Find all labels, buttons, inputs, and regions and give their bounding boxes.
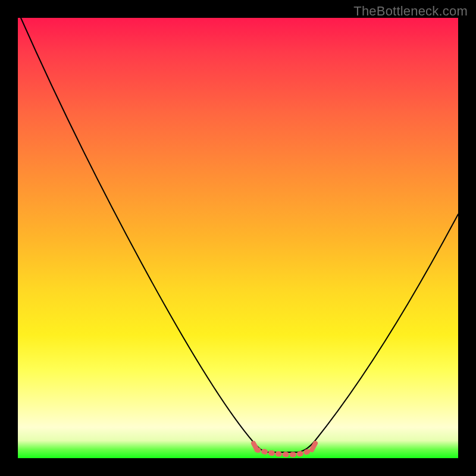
plot-area	[18, 18, 458, 458]
chart-frame: TheBottleneck.com	[0, 0, 476, 476]
curve-layer	[18, 18, 458, 458]
watermark-text: TheBottleneck.com	[353, 4, 468, 19]
optimal-range-tip-right	[312, 443, 315, 450]
bottleneck-curve	[21, 18, 458, 452]
optimal-range-tip-left	[253, 443, 257, 450]
